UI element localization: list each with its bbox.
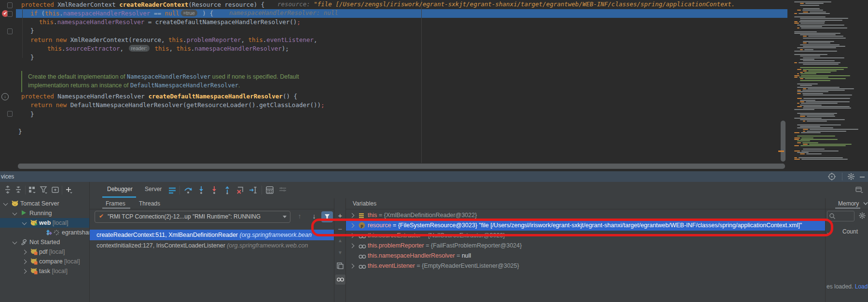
collapse-chevron-icon[interactable] [3, 201, 8, 206]
variable-row[interactable]: this = {XmlBeanDefinitionReader@3022} [346, 210, 825, 220]
code-line[interactable]: protected XmlReaderContext createReaderC… [21, 0, 264, 9]
add-service-icon[interactable] [65, 186, 73, 194]
code-line[interactable]: } [18, 127, 22, 136]
services-tree-row-compare[interactable]: compare [local] [0, 257, 89, 266]
code-line[interactable]: if (this.namespaceHandlerResolver == nul… [30, 9, 213, 18]
code-line[interactable]: this.namespaceHandlerResolver = createDe… [39, 18, 301, 27]
editor-vertical-scrollbar[interactable] [781, 121, 785, 162]
variable-row[interactable]: this.sourceExtractor = {NullSourceExtrac… [346, 231, 825, 241]
expand-chevron-icon[interactable] [22, 250, 27, 255]
memory-title: Memory [838, 200, 859, 207]
services-tree-row-pdf[interactable]: pdf [local] [0, 247, 89, 257]
settings-gear-icon[interactable] [847, 173, 855, 180]
services-tree-row-running[interactable]: Running [0, 208, 89, 218]
stack-frame-row[interactable]: createReaderContext:511, XmlBeanDefiniti… [89, 230, 334, 240]
locate-icon[interactable] [828, 173, 836, 180]
code-line[interactable]: this.sourceExtractor, reader: this, this… [47, 44, 289, 53]
step-out-icon[interactable] [223, 186, 232, 194]
divider [346, 209, 825, 209]
open-in-new-tab-icon[interactable] [51, 186, 60, 194]
fold-marker-icon[interactable] [7, 28, 13, 34]
expand-chevron-icon[interactable] [350, 213, 355, 218]
tomcat-icon [12, 200, 18, 206]
fold-marker-icon[interactable] [7, 2, 13, 8]
threads-menu-icon[interactable] [168, 186, 177, 194]
add-watch-icon[interactable]: + [336, 211, 344, 219]
run-to-cursor-icon[interactable] [249, 186, 258, 194]
expand-chevron-icon[interactable] [350, 264, 355, 269]
override-marker-icon[interactable]: ↓ [1, 93, 9, 100]
expand-chevron-icon[interactable] [350, 223, 355, 228]
hide-frames-filter-icon[interactable] [321, 211, 333, 222]
code-line[interactable]: } [30, 110, 34, 119]
collapse-all-icon[interactable] [14, 186, 23, 194]
chevron-down-icon[interactable] [863, 202, 868, 206]
variable-row[interactable]: this.namespaceHandlerResolver = null [346, 251, 825, 261]
fold-marker-icon[interactable] [7, 11, 13, 17]
hide-toolwindow-icon[interactable] [859, 174, 867, 182]
frame-down-icon[interactable]: ↓ [310, 212, 318, 220]
move-up-icon[interactable]: ▲ [336, 238, 344, 246]
code-line[interactable]: } [30, 27, 34, 35]
code-line[interactable]: } [30, 53, 34, 62]
variable-row[interactable]: this.eventListener = {EmptyReaderEventLi… [346, 261, 825, 271]
load-classes-link[interactable]: Load [855, 283, 868, 290]
thread-dropdown[interactable]: ✔ "RMI TCP Connection(2)-12...up "RMI Ru… [95, 211, 290, 223]
evaluate-expression-icon[interactable] [265, 186, 274, 194]
remove-watch-icon[interactable]: − [336, 225, 344, 233]
memory-status: es loaded. Load [827, 283, 868, 290]
step-into-icon[interactable] [197, 186, 206, 194]
expand-chevron-icon[interactable] [350, 233, 355, 238]
code-line[interactable]: protected NamespaceHandlerResolver creat… [21, 92, 297, 101]
debugger-inline-hint: resource: "file [/Users/zengsl/iriswork/… [277, 0, 735, 8]
services-tree-row-web[interactable]: web [local] [0, 218, 89, 228]
memory-search-input[interactable] [827, 211, 854, 221]
show-watches-toggle[interactable] [335, 275, 345, 285]
tree-item-suffix: [local] [63, 258, 80, 265]
group-services-icon[interactable] [28, 186, 37, 194]
variable-row[interactable]: presource = {FileSystemResource@3023} "f… [346, 220, 825, 231]
tab-debugger[interactable]: Debugger [107, 186, 133, 192]
force-step-into-icon[interactable] [210, 186, 219, 194]
tab-frames[interactable]: Frames [106, 200, 125, 207]
code-editor[interactable]: ✔ ↓ protected XmlReaderContext createRea… [0, 0, 868, 171]
code-line[interactable]: return new XmlReaderContext(resource, th… [30, 36, 317, 44]
minimap[interactable] [794, 0, 868, 163]
memory-count-column[interactable]: Count [842, 228, 858, 235]
services-tree-row-task[interactable]: task [local] [0, 266, 89, 276]
chevron-down-icon [283, 216, 287, 218]
variable-row[interactable]: this.problemReporter = {FailFastProblemR… [346, 241, 825, 251]
collapse-chevron-icon[interactable] [22, 220, 27, 225]
play-icon [21, 210, 27, 216]
expand-all-icon[interactable] [4, 186, 13, 194]
duplicate-watch-icon[interactable] [336, 262, 344, 270]
expand-chevron-icon[interactable] [22, 269, 27, 274]
expand-chevron-icon[interactable] [350, 244, 355, 248]
memory-settings-gear-icon[interactable] [859, 212, 866, 219]
selected-tab-indicator [102, 207, 130, 209]
filter-services-icon[interactable] [40, 186, 48, 194]
code-line[interactable]: return new DefaultNamespaceHandlerResolv… [30, 101, 325, 110]
step-over-icon[interactable] [184, 186, 193, 194]
scrollbar-warning-mark [778, 151, 784, 152]
services-tree-row-not-started[interactable]: Not Started [0, 237, 89, 247]
expand-chevron-icon[interactable] [22, 260, 27, 264]
services-tree[interactable]: Tomcat ServerRunningweb [local]egrantsha… [0, 198, 89, 302]
collapse-chevron-icon[interactable] [13, 211, 17, 216]
collapse-chevron-icon[interactable] [13, 240, 17, 245]
move-down-icon[interactable]: ▼ [336, 250, 344, 258]
doc-comment-line: Create the default implementation of Nam… [28, 73, 299, 80]
editor-horizontal-scrollbar[interactable] [18, 164, 785, 169]
fold-marker-icon[interactable] [7, 111, 13, 117]
layout-settings-icon[interactable] [278, 186, 287, 194]
services-tree-row-tomcat-server[interactable]: Tomcat Server [0, 199, 89, 208]
tomcat-stop-icon [30, 258, 38, 265]
services-toolwindow-header: vices [0, 171, 868, 182]
tab-threads[interactable]: Threads [139, 200, 160, 207]
tab-server[interactable]: Server [145, 186, 162, 192]
stack-frame-row[interactable]: contextInitialized:127, IrisContextLoade… [89, 240, 334, 251]
services-tree-row-egrantshanxiwel[interactable]: egrantshanxiwel [0, 228, 89, 237]
drop-frame-icon[interactable] [236, 186, 245, 194]
frame-up-icon[interactable]: ↑ [295, 212, 304, 220]
restore-layout-icon[interactable] [855, 186, 864, 194]
